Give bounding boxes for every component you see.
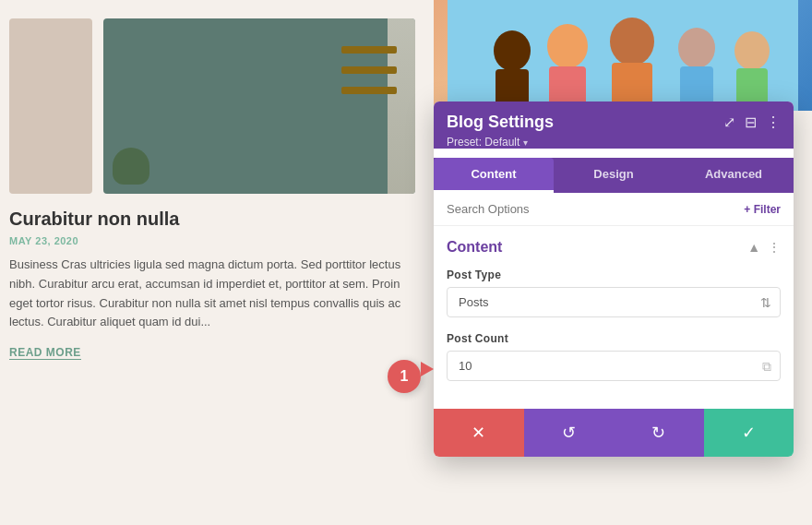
- search-row: + Filter: [434, 193, 794, 226]
- svg-point-1: [494, 30, 531, 71]
- action-bar: ✕ ↺ ↻ ✓: [434, 409, 794, 457]
- shelf-1: [341, 46, 397, 54]
- section-title: Content: [447, 239, 502, 256]
- blog-image-main: [103, 18, 415, 194]
- section-more-icon[interactable]: ⋮: [768, 240, 781, 255]
- post-count-field: Post Count ⧉: [447, 332, 781, 381]
- panel-tabs: Content Design Advanced: [434, 158, 794, 193]
- people-image: [434, 0, 812, 111]
- section-header: Content ▲ ⋮: [447, 239, 781, 256]
- save-button[interactable]: ✓: [704, 409, 794, 457]
- tab-content[interactable]: Content: [434, 158, 554, 193]
- settings-panel: Blog Settings ⤢ ⊟ ⋮ Preset: Default ▾ Co…: [434, 101, 794, 457]
- svg-point-7: [678, 28, 715, 68]
- curtain-decoration: [388, 18, 415, 194]
- post-count-input[interactable]: [447, 351, 781, 381]
- preset-label: Preset: Default: [447, 136, 519, 149]
- cancel-button[interactable]: ✕: [434, 409, 524, 457]
- step-badge: 1: [388, 360, 421, 393]
- split-icon[interactable]: ⊟: [745, 115, 757, 130]
- filter-button[interactable]: + Filter: [744, 203, 781, 216]
- panel-header-top: Blog Settings ⤢ ⊟ ⋮: [447, 113, 781, 132]
- shelf-decoration: [341, 46, 397, 94]
- redo-icon: ↻: [651, 423, 665, 443]
- blog-image-left: [9, 18, 92, 194]
- save-icon: ✓: [742, 423, 756, 443]
- more-icon[interactable]: ⋮: [766, 115, 781, 130]
- svg-point-9: [734, 31, 770, 70]
- badge-number: 1: [400, 368, 409, 385]
- undo-icon: ↺: [562, 423, 576, 443]
- panel-title: Blog Settings: [447, 113, 554, 132]
- blog-body: Business Cras ultricies ligula sed magna…: [9, 256, 415, 332]
- blog-title: Curabitur non nulla: [9, 209, 415, 230]
- blog-date: MAY 23, 2020: [9, 235, 415, 246]
- search-input[interactable]: [447, 202, 736, 216]
- post-type-field: Post Type Posts Pages Projects ⇅: [447, 268, 781, 317]
- input-copy-icon[interactable]: ⧉: [762, 358, 771, 374]
- preset-row[interactable]: Preset: Default ▾: [447, 136, 781, 149]
- shelf-3: [341, 87, 397, 94]
- blog-images: [9, 18, 415, 194]
- panel-body: Content ▲ ⋮ Post Type Posts Pages Projec…: [434, 226, 794, 409]
- collapse-icon[interactable]: ▲: [747, 240, 760, 255]
- panel-header-icons: ⤢ ⊟ ⋮: [723, 115, 781, 130]
- tab-design[interactable]: Design: [554, 158, 674, 193]
- post-type-label: Post Type: [447, 268, 781, 281]
- svg-point-5: [610, 18, 654, 66]
- badge-arrow: [421, 362, 434, 376]
- tab-advanced[interactable]: Advanced: [674, 158, 794, 193]
- section-icons: ▲ ⋮: [747, 240, 781, 255]
- shelf-2: [341, 66, 397, 74]
- post-type-select-wrapper: Posts Pages Projects ⇅: [447, 287, 781, 317]
- post-count-label: Post Count: [447, 332, 781, 345]
- blog-area: Curabitur non nulla MAY 23, 2020 Busines…: [0, 0, 434, 525]
- post-count-input-wrapper: ⧉: [447, 351, 781, 381]
- plant-decoration: [113, 148, 149, 185]
- undo-button[interactable]: ↺: [524, 409, 615, 457]
- expand-icon[interactable]: ⤢: [723, 115, 735, 130]
- cancel-icon: ✕: [472, 423, 485, 443]
- redo-button[interactable]: ↻: [614, 409, 704, 457]
- svg-point-3: [547, 24, 588, 68]
- post-type-select[interactable]: Posts Pages Projects: [447, 287, 781, 317]
- read-more-link[interactable]: READ MORE: [9, 346, 81, 360]
- preset-arrow: ▾: [523, 137, 528, 148]
- hero-photo: [434, 0, 812, 111]
- panel-header: Blog Settings ⤢ ⊟ ⋮ Preset: Default ▾: [434, 101, 794, 149]
